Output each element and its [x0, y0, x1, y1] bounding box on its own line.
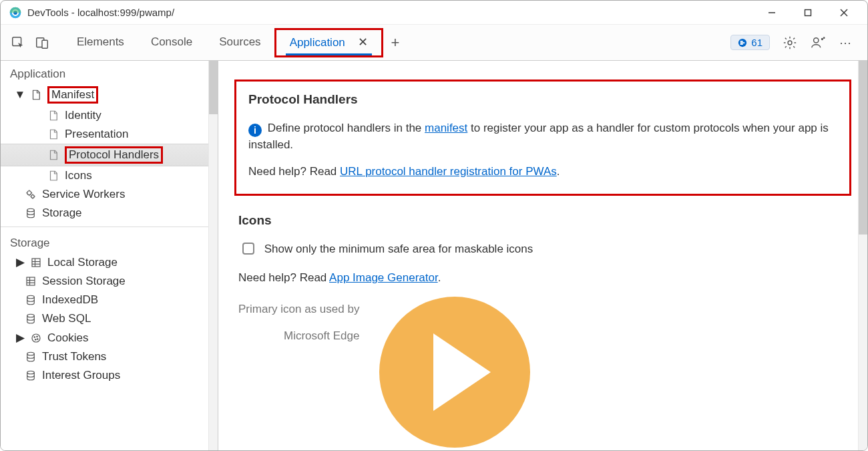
- sidebar-item-interest-groups[interactable]: Interest Groups: [1, 366, 208, 385]
- protocol-handlers-panel: Protocol Handlers i Define protocol hand…: [234, 80, 851, 196]
- icons-panel: Icons Show only the minimum safe area fo…: [234, 196, 851, 450]
- database-icon: [25, 369, 37, 382]
- tree-label: Identity: [65, 109, 101, 122]
- primary-icon-row: Primary icon as used by Microsoft Edge: [238, 297, 847, 448]
- window-close-button[interactable]: [829, 2, 859, 23]
- app-image-generator-link[interactable]: App Image Generator: [329, 271, 438, 284]
- scrollbar-thumb[interactable]: [859, 61, 867, 235]
- sidebar-item-icons[interactable]: Icons: [1, 166, 208, 185]
- application-content: Protocol Handlers i Define protocol hand…: [218, 61, 867, 450]
- checkbox-label: Show only the minimum safe area for mask…: [264, 243, 533, 255]
- disclosure-triangle-right-icon[interactable]: ▶: [15, 255, 25, 269]
- tree-label: Presentation: [65, 128, 128, 141]
- svg-point-37: [27, 371, 35, 374]
- sidebar-item-indexeddb[interactable]: IndexedDB: [1, 291, 208, 309]
- svg-point-33: [37, 336, 38, 337]
- settings-gear-icon[interactable]: [782, 35, 798, 51]
- svg-point-32: [34, 336, 35, 337]
- sidebar-section-storage: Storage: [1, 230, 208, 253]
- tab-elements[interactable]: Elements: [63, 29, 138, 57]
- disclosure-triangle-right-icon[interactable]: ▶: [15, 331, 25, 345]
- svg-point-34: [35, 339, 37, 340]
- icons-help-text: Need help? Read App Image Generator.: [238, 270, 847, 287]
- sidebar-item-identity[interactable]: Identity: [1, 106, 208, 125]
- cookie-icon: [30, 332, 42, 344]
- protocol-handlers-heading: Protocol Handlers: [248, 92, 837, 107]
- svg-point-17: [824, 37, 825, 38]
- svg-point-35: [37, 338, 39, 339]
- sidebar-item-protocol-handlers[interactable]: Protocol Handlers: [1, 144, 208, 166]
- svg-rect-21: [32, 259, 40, 267]
- tree-label: IndexedDB: [42, 293, 98, 307]
- play-triangle-icon: [433, 333, 491, 411]
- sidebar-item-presentation[interactable]: Presentation: [1, 125, 208, 144]
- document-icon: [47, 128, 59, 140]
- tree-label: Local Storage: [47, 256, 118, 269]
- window-title: DevTools - localhost:999/pwamp/: [27, 7, 751, 18]
- sidebar-item-cookies[interactable]: ▶ Cookies: [1, 328, 208, 347]
- device-toggle-icon[interactable]: [34, 35, 50, 51]
- tree-label: Cookies: [47, 331, 88, 345]
- database-icon: [25, 294, 37, 306]
- sidebar-item-websql[interactable]: Web SQL: [1, 309, 208, 328]
- protocol-help-link[interactable]: URL protocol handler registration for PW…: [340, 165, 557, 178]
- document-icon: [47, 149, 59, 161]
- tree-label: Service Workers: [42, 188, 125, 201]
- svg-point-30: [27, 314, 35, 317]
- disclosure-triangle-down-icon[interactable]: ▼: [15, 88, 25, 102]
- more-menu-icon[interactable]: ⋯: [838, 35, 854, 51]
- tree-label: Session Storage: [42, 275, 126, 288]
- window-minimize-button[interactable]: [756, 2, 787, 23]
- window-titlebar: DevTools - localhost:999/pwamp/: [1, 1, 867, 25]
- sidebar-item-service-workers[interactable]: Service Workers: [1, 185, 208, 204]
- svg-point-14: [788, 41, 792, 45]
- manifest-link[interactable]: manifest: [425, 122, 467, 134]
- svg-rect-11: [740, 42, 745, 43]
- feedback-icon[interactable]: [810, 35, 826, 51]
- tree-label: Web SQL: [42, 312, 91, 325]
- sidebar-section-application: Application: [1, 61, 208, 84]
- protocol-intro-text: i Define protocol handlers in the manife…: [248, 120, 837, 153]
- tab-application[interactable]: Application ✕: [274, 28, 383, 57]
- sidebar-item-trust-tokens[interactable]: Trust Tokens: [1, 347, 208, 366]
- devtools-app-icon: [9, 6, 22, 19]
- document-icon: [47, 170, 59, 182]
- content-scrollbar[interactable]: [858, 61, 867, 450]
- maskable-safe-area-checkbox[interactable]: [242, 243, 254, 255]
- svg-point-31: [32, 334, 40, 342]
- add-tab-button[interactable]: +: [383, 34, 408, 51]
- svg-rect-9: [42, 40, 47, 48]
- issues-count: 61: [751, 37, 763, 48]
- tree-label: Interest Groups: [42, 369, 120, 382]
- svg-point-15: [814, 37, 819, 42]
- database-icon: [25, 313, 37, 325]
- sidebar-item-local-storage[interactable]: ▶ Local Storage: [1, 253, 208, 272]
- tab-sources[interactable]: Sources: [206, 29, 274, 57]
- sidebar-item-session-storage[interactable]: Session Storage: [1, 272, 208, 291]
- document-icon: [47, 110, 59, 122]
- primary-app-icon: [379, 297, 530, 448]
- sidebar-item-manifest[interactable]: ▼ Manifest: [1, 84, 208, 106]
- gears-icon: [25, 188, 37, 200]
- devtools-tabstrip: Elements Console Sources Application ✕ +…: [1, 25, 867, 61]
- info-icon: i: [248, 124, 262, 137]
- inspect-element-icon[interactable]: [10, 35, 26, 51]
- close-icon[interactable]: ✕: [358, 35, 368, 49]
- tab-label: Application: [290, 36, 345, 49]
- protocol-handlers-label: Protocol Handlers: [65, 146, 163, 164]
- database-icon: [25, 207, 37, 219]
- tree-label: Storage: [42, 206, 82, 220]
- window-maximize-button[interactable]: [793, 2, 823, 23]
- table-icon: [25, 275, 37, 287]
- sidebar-divider: [1, 227, 208, 227]
- sidebar-item-storage[interactable]: Storage: [1, 204, 208, 222]
- main-area: Application ▼ Manifest Identity Presenta…: [1, 61, 867, 450]
- tab-console[interactable]: Console: [138, 29, 206, 57]
- sidebar-scrollbar[interactable]: [208, 61, 218, 450]
- icons-checkbox-row: Show only the minimum safe area for mask…: [242, 241, 847, 258]
- svg-rect-12: [740, 40, 743, 41]
- svg-rect-25: [27, 277, 35, 285]
- issues-counter[interactable]: 61: [730, 35, 770, 50]
- scrollbar-thumb[interactable]: [209, 61, 218, 114]
- tree-label: Icons: [65, 169, 92, 182]
